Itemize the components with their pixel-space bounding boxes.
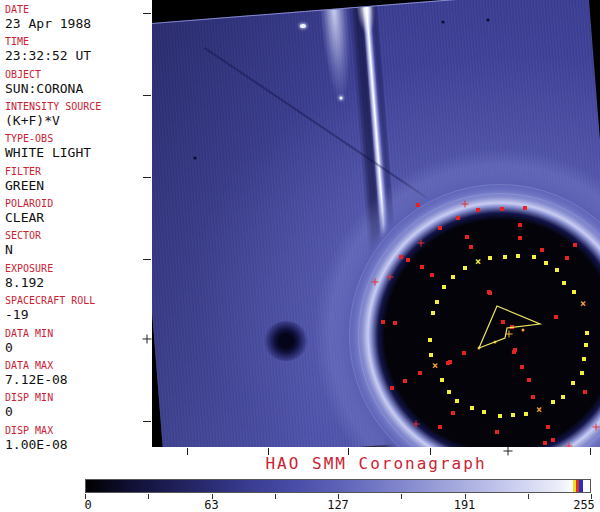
field-value: SUN:CORONA — [5, 81, 83, 96]
metadata-sidebar: DATE23 Apr 1988TIME23:32:52 UTOBJECTSUN:… — [0, 0, 152, 447]
field-value: 23 Apr 1988 — [5, 16, 91, 31]
field-value: -19 — [5, 307, 95, 322]
field-label: DISP MAX — [5, 425, 68, 437]
field-sector: SECTORN — [5, 230, 41, 257]
field-date: DATE23 Apr 1988 — [5, 4, 91, 31]
field-data-min: DATA MIN0 — [5, 328, 53, 355]
left-tick — [143, 259, 151, 260]
left-tick — [143, 177, 151, 178]
colorbar-label: 255 — [573, 498, 595, 512]
field-filter: FILTERGREEN — [5, 166, 44, 193]
left-tick — [143, 13, 151, 14]
field-label: TIME — [5, 36, 91, 48]
field-label: OBJECT — [5, 69, 83, 81]
pointing-polygon-overlay — [152, 0, 600, 447]
field-value: GREEN — [5, 178, 44, 193]
left-tick — [143, 421, 151, 422]
field-value: 8.192 — [5, 275, 53, 290]
field-value: 0 — [5, 404, 53, 419]
field-value: 23:32:52 UT — [5, 48, 91, 63]
field-disp-max: DISP MAX1.00E-08 — [5, 425, 68, 452]
field-value: (K+F)*V — [5, 113, 101, 128]
field-type-obs: TYPE-OBSWHITE LIGHT — [5, 133, 91, 160]
field-label: FILTER — [5, 166, 44, 178]
field-value: 7.12E-08 — [5, 372, 68, 387]
colorbar-end-stripe — [579, 480, 583, 492]
field-label: SECTOR — [5, 230, 41, 242]
colorbar-tick — [401, 494, 402, 499]
field-label: DATA MIN — [5, 328, 53, 340]
field-spacecraft-roll: SPACECRAFT ROLL-19 — [5, 295, 95, 322]
pointing-polygon — [479, 306, 540, 348]
image-title: HAO SMM Coronagraph — [152, 454, 600, 473]
field-value: CLEAR — [5, 210, 53, 225]
colorbar-tick — [528, 494, 529, 499]
field-label: DISP MIN — [5, 392, 53, 404]
smm-coronagraph-viewer: { "sidebar": { "fields": [ {"label":"DAT… — [0, 0, 600, 512]
colorbar-label: 191 — [454, 498, 476, 512]
intensity-colorbar — [85, 479, 591, 493]
left-tick — [143, 95, 151, 96]
field-label: POLAROID — [5, 198, 53, 210]
field-time: TIME23:32:52 UT — [5, 36, 91, 63]
field-value: 1.00E-08 — [5, 437, 68, 452]
colorbar-label: 127 — [327, 498, 349, 512]
field-object: OBJECTSUN:CORONA — [5, 69, 83, 96]
field-label: EXPOSURE — [5, 263, 53, 275]
field-label: INTENSITY SOURCE — [5, 101, 101, 113]
field-label: SPACECRAFT ROLL — [5, 295, 95, 307]
field-data-max: DATA MAX7.12E-08 — [5, 360, 68, 387]
field-exposure: EXPOSURE8.192 — [5, 263, 53, 290]
coronagraph-image: ×××× — [152, 0, 600, 447]
field-value: WHITE LIGHT — [5, 145, 91, 160]
field-label: DATA MAX — [5, 360, 68, 372]
colorbar-label: 63 — [204, 498, 218, 512]
field-label: TYPE-OBS — [5, 133, 91, 145]
field-value: 0 — [5, 340, 53, 355]
field-value: N — [5, 242, 41, 257]
left-axis-plus — [143, 335, 152, 344]
colorbar-tick — [275, 494, 276, 499]
colorbar-label: 0 — [84, 498, 91, 512]
colorbar-tick — [148, 494, 149, 499]
field-intensity-source: INTENSITY SOURCE(K+F)*V — [5, 101, 101, 128]
field-disp-min: DISP MIN0 — [5, 392, 53, 419]
field-polaroid: POLAROIDCLEAR — [5, 198, 53, 225]
field-label: DATE — [5, 4, 91, 16]
